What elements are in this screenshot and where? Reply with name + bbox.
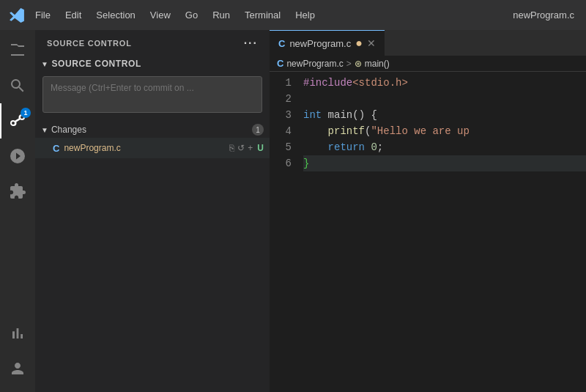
sidebar-title: SOURCE CONTROL	[47, 39, 132, 48]
tab-filename: newProgram.c	[289, 38, 351, 49]
menu-bar: File Edit Selection View Go Run Terminal…	[28, 7, 513, 23]
changes-header[interactable]: ▼ Changes 1	[35, 122, 270, 138]
account-icon[interactable]	[0, 351, 35, 386]
changes-count-badge: 1	[252, 124, 264, 136]
sc-section-label: SOURCE CONTROL	[52, 59, 141, 69]
code-line-4: printf("Hello we are up	[303, 123, 586, 139]
changes-chevron-icon: ▼	[41, 126, 48, 134]
breadcrumb-func-icon: ⊛	[355, 59, 362, 69]
tab-modified-dot: ●	[355, 37, 363, 50]
menu-run[interactable]: Run	[205, 7, 237, 23]
chart-icon[interactable]	[0, 316, 35, 351]
sc-chevron-icon: ▼	[41, 60, 49, 68]
sidebar-more-button[interactable]: ···	[244, 37, 258, 50]
file-c-icon: C	[53, 143, 59, 154]
run-icon[interactable]	[0, 138, 35, 174]
code-content: #include<stdio.h> int main() { printf("H…	[299, 75, 586, 392]
menu-help[interactable]: Help	[288, 7, 322, 23]
commit-input-area	[42, 76, 262, 113]
titlebar: File Edit Selection View Go Run Terminal…	[0, 0, 586, 30]
sidebar: SOURCE CONTROL ··· ▼ SOURCE CONTROL ▼ Ch…	[35, 30, 270, 392]
activity-bar: 1	[0, 30, 35, 392]
code-line-1: #include<stdio.h>	[303, 75, 586, 91]
file-name: newProgram.c	[64, 143, 225, 153]
line-numbers: 1 2 3 4 5 6	[270, 75, 299, 392]
sidebar-header: SOURCE CONTROL ···	[35, 30, 270, 56]
menu-selection[interactable]: Selection	[89, 7, 142, 23]
search-icon[interactable]	[0, 68, 35, 103]
editor-tab-newprogram[interactable]: C newProgram.c ● ✕	[270, 30, 385, 56]
changes-section: ▼ Changes 1 C newProgram.c ⎘ ↺ + U	[35, 122, 270, 158]
file-item[interactable]: C newProgram.c ⎘ ↺ + U	[35, 138, 270, 158]
file-status-badge: U	[257, 143, 264, 153]
source-control-section: ▼ SOURCE CONTROL ▼ Changes 1 C newProgra…	[35, 56, 270, 392]
tab-close-button[interactable]: ✕	[367, 37, 376, 49]
main-area: 1 SOURCE CONTROL ···	[0, 30, 586, 392]
menu-terminal[interactable]: Terminal	[237, 7, 288, 23]
editor-tabs: C newProgram.c ● ✕	[270, 30, 586, 56]
discard-changes-icon[interactable]: ↺	[237, 143, 245, 153]
breadcrumb: C newProgram.c > ⊛ main()	[270, 56, 586, 72]
breadcrumb-separator: >	[346, 59, 352, 69]
open-file-icon[interactable]: ⎘	[229, 143, 234, 153]
source-control-badge: 1	[21, 108, 31, 118]
code-line-5: return 0;	[303, 139, 586, 155]
commit-message-input[interactable]	[43, 77, 262, 109]
code-line-2	[303, 91, 586, 107]
editor-area: C newProgram.c ● ✕ C newProgram.c > ⊛ ma…	[270, 30, 586, 392]
source-control-icon[interactable]: 1	[0, 103, 35, 138]
code-line-6: }	[303, 155, 586, 171]
breadcrumb-c-icon: C	[277, 58, 283, 69]
menu-view[interactable]: View	[143, 7, 178, 23]
code-line-3: int main() {	[303, 107, 586, 123]
window-title: newProgram.c	[513, 10, 580, 21]
explorer-icon[interactable]	[0, 33, 35, 68]
menu-file[interactable]: File	[28, 7, 58, 23]
breadcrumb-func: main()	[365, 59, 390, 69]
changes-label: Changes	[51, 125, 249, 135]
stage-changes-icon[interactable]: +	[248, 143, 253, 153]
menu-edit[interactable]: Edit	[58, 7, 89, 23]
tab-c-icon: C	[278, 38, 285, 49]
code-editor[interactable]: 1 2 3 4 5 6 #include<stdio.h> int main()…	[270, 72, 586, 392]
file-actions: ⎘ ↺ +	[229, 143, 253, 153]
extensions-icon[interactable]	[0, 174, 35, 209]
sc-title-row: ▼ SOURCE CONTROL	[35, 56, 270, 72]
breadcrumb-file: newProgram.c	[286, 59, 343, 69]
menu-go[interactable]: Go	[178, 7, 205, 23]
vscode-logo	[6, 0, 28, 30]
